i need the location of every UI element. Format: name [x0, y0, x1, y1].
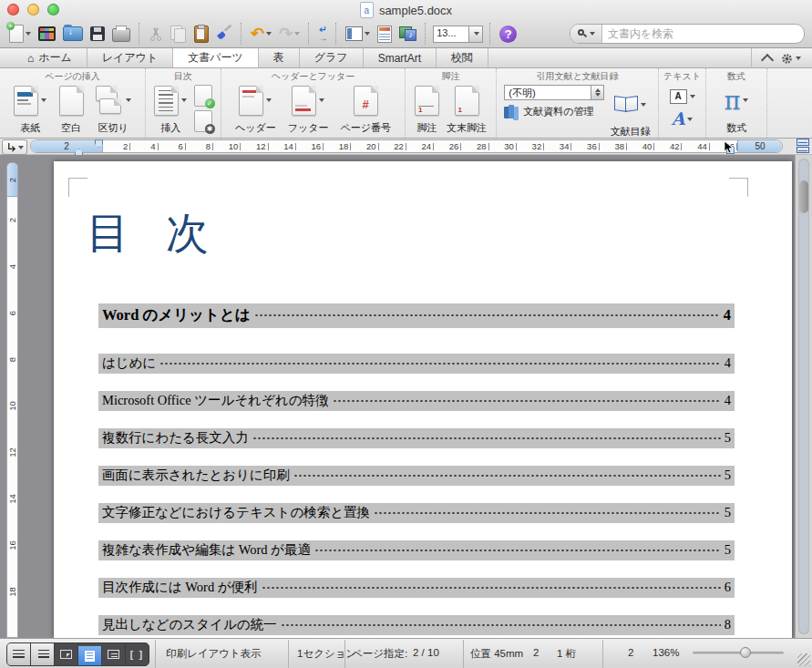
tab-label: グラフ	[314, 50, 348, 66]
document-page[interactable]: 目 次 Word のメリットとは 4 はじめに 4	[54, 161, 792, 638]
search-icon	[577, 28, 588, 39]
collapse-ribbon-icon[interactable]	[761, 53, 774, 66]
toc-update-button[interactable]: ✓	[194, 85, 212, 107]
paste-button[interactable]	[192, 22, 211, 46]
new-document-button[interactable]: +	[7, 22, 33, 46]
chevron-down-icon	[690, 95, 695, 98]
gear-icon	[781, 53, 793, 65]
group-title: 引用文献と文献目録	[499, 70, 656, 82]
resize-grip[interactable]	[797, 653, 810, 666]
toc-entry-text: 複雑な表作成や編集は Word が最適	[102, 541, 311, 559]
manage-sources-button[interactable]: 文献資料の管理	[504, 105, 604, 118]
bibliography-button[interactable]: 文献目録	[611, 82, 651, 139]
ribbon-settings-button[interactable]	[781, 53, 801, 65]
blank-page-button[interactable]: 空白	[59, 82, 84, 136]
notebook-layout-button[interactable]	[102, 643, 126, 665]
books-icon	[504, 105, 519, 118]
page-number-button[interactable]: # ページ番号	[340, 82, 391, 136]
ribbon-tab[interactable]: ⌂ 校閲	[437, 48, 488, 67]
gallery-button[interactable]	[36, 22, 57, 46]
scrollbar-track[interactable]	[798, 159, 809, 634]
toc-insert-button[interactable]: 挿入	[154, 82, 187, 136]
document-heading[interactable]: 目 次	[87, 205, 221, 262]
pi-icon: π	[725, 88, 741, 113]
cover-page-button[interactable]: 表紙	[14, 82, 46, 136]
print-button[interactable]	[110, 22, 132, 46]
ruler-left-margin: 2	[31, 140, 103, 152]
print-layout-button[interactable]	[78, 646, 102, 665]
wordart-button[interactable]: A	[672, 110, 694, 128]
undo-button[interactable]: ↶	[249, 22, 273, 46]
endnote-icon: 1	[455, 86, 479, 116]
search-field[interactable]	[570, 24, 805, 44]
ribbon-tab-bar: ⌂ ホーム ⌂ レイアウト ⌂ 文書パーツ ⌂ 表 ⌂ グラフ	[0, 48, 812, 68]
toc-entry[interactable]: はじめに 4	[98, 354, 735, 374]
footnote-button[interactable]: 1 脚注	[415, 82, 439, 136]
page-break-button[interactable]: 区切り	[96, 82, 131, 136]
open-button[interactable]	[61, 22, 85, 46]
citation-style-select[interactable]: (不明)	[504, 85, 604, 100]
chevron-down-icon	[641, 103, 646, 107]
toc-entry[interactable]: 画面に表示されたとおりに印刷 5	[98, 466, 735, 486]
equation-button[interactable]: π 数式	[725, 82, 749, 136]
format-painter-button[interactable]	[214, 22, 234, 46]
tab-stop-selector[interactable]	[2, 139, 27, 155]
draft-view-button[interactable]	[7, 643, 31, 665]
help-button[interactable]: ?	[498, 22, 519, 46]
ruler-number: 30	[489, 140, 517, 152]
toc-entry[interactable]: Microsoft Office ツールそれぞれの特徴 4	[98, 391, 735, 411]
vertical-ruler[interactable]: 2 24681012141618	[6, 162, 18, 638]
ribbon-tab[interactable]: ⌂ SmartArt	[364, 48, 437, 67]
ribbon-tab[interactable]: ⌂ 表	[259, 48, 300, 67]
document-proxy-icon[interactable]: a	[360, 2, 374, 18]
publishing-layout-button[interactable]	[55, 643, 78, 665]
chevron-down-icon[interactable]	[365, 32, 370, 36]
chevron-down-icon[interactable]	[266, 32, 272, 36]
chevron-down-icon	[294, 32, 300, 36]
open-folder-icon	[63, 26, 83, 41]
toc-options-button[interactable]: ✱	[194, 110, 212, 132]
show-formatting-marks-button[interactable]: ↵→	[316, 22, 329, 46]
chevron-down-icon	[41, 98, 46, 102]
toc-entry[interactable]: 複雑な表作成や編集は Word が最適 5	[98, 540, 735, 560]
outline-view-button[interactable]	[31, 643, 55, 665]
zoom-value[interactable]: 13...	[433, 26, 469, 43]
scrollbar-thumb[interactable]	[799, 180, 808, 213]
ribbon-tab[interactable]: ⌂ ホーム	[13, 48, 87, 67]
zoom-slider-thumb[interactable]	[740, 647, 751, 658]
endnote-button[interactable]: 1 文末脚注	[447, 82, 487, 136]
ruler-number: 4	[6, 262, 18, 272]
horizontal-ruler[interactable]: 2 24681012141618202224262830323436384042…	[30, 139, 783, 153]
ruler-split-icon[interactable]	[797, 139, 809, 153]
page-indicator-value[interactable]: 2 / 10	[413, 647, 439, 658]
media-browser-button[interactable]: ♪	[397, 22, 418, 46]
button-label: 表紙	[20, 121, 40, 135]
focus-view-button[interactable]: [ ]	[126, 643, 149, 665]
search-input[interactable]	[602, 27, 804, 40]
header-button[interactable]: ヘッダー	[235, 82, 276, 136]
toc-entry[interactable]: 目次作成には Word が便利 6	[98, 578, 735, 598]
toc-entry[interactable]: 文字修正などにおけるテキストの検索と置換 5	[98, 503, 735, 523]
zoom-dropdown-button[interactable]	[469, 26, 483, 43]
view-selector-button[interactable]	[344, 22, 372, 46]
text-box-button[interactable]: A	[670, 89, 695, 104]
ribbon-tab[interactable]: ⌂ 文書パーツ	[172, 48, 259, 67]
save-button[interactable]	[88, 22, 107, 46]
draft-view-icon	[13, 650, 25, 659]
plus-badge-icon: +	[6, 22, 15, 30]
toc-entry[interactable]: Word のメリットとは 4	[98, 303, 735, 328]
zoom-combobox[interactable]: 13...	[433, 26, 483, 43]
document-elements-button[interactable]	[375, 22, 394, 46]
search-scope-button[interactable]	[570, 25, 602, 43]
stepper-icon[interactable]	[591, 85, 604, 100]
zoom-percentage[interactable]: 136%	[653, 647, 679, 658]
toc-entry[interactable]: 複数行にわたる長文入力 5	[98, 428, 735, 448]
toc-entry[interactable]: 見出しなどのスタイルの統一 8	[98, 615, 735, 635]
ribbon-tab[interactable]: ⌂ グラフ	[300, 48, 364, 67]
chevron-down-icon[interactable]	[26, 32, 31, 36]
footer-button[interactable]: フッター	[288, 82, 329, 136]
copy-button	[169, 22, 189, 46]
zoom-slider[interactable]	[693, 652, 784, 654]
vertical-scrollbar[interactable]	[795, 155, 812, 638]
ribbon-tab[interactable]: ⌂ レイアウト	[87, 48, 173, 67]
